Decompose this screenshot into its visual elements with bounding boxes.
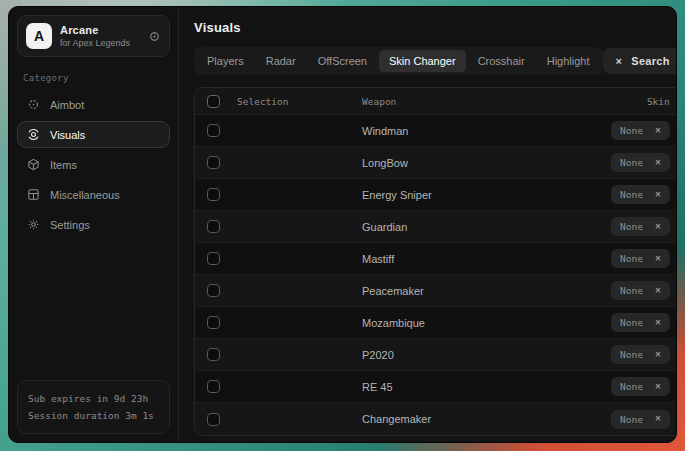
weapon-name: Peacemaker <box>362 285 611 297</box>
category-label: Category <box>23 73 164 83</box>
sidebar-item-label: Visuals <box>50 129 85 141</box>
sub-expires-text: Sub expires in 9d 23h <box>28 390 159 407</box>
skin-badge[interactable]: None × <box>611 281 670 300</box>
skin-table: Selection Weapon Skin Windman None × Lon… <box>194 87 677 436</box>
skin-badge[interactable]: None × <box>611 410 670 429</box>
sidebar-item-aimbot[interactable]: Aimbot <box>17 91 170 118</box>
subscription-panel: Sub expires in 9d 23h Session duration 3… <box>17 380 170 434</box>
clear-skin-icon[interactable]: × <box>655 286 661 296</box>
app-subtitle: for Apex Legends <box>60 38 130 48</box>
row-checkbox[interactable] <box>207 284 220 297</box>
row-checkbox[interactable] <box>207 188 220 201</box>
weapon-name: Windman <box>362 125 611 137</box>
sidebar-item-visuals[interactable]: Visuals <box>17 121 170 148</box>
weapon-name: P2020 <box>362 349 611 361</box>
sidebar: A Arcane for Apex Legends Category Aimbo… <box>9 7 179 442</box>
clear-skin-icon[interactable]: × <box>655 158 661 168</box>
tab-offscreen[interactable]: OffScreen <box>308 50 377 72</box>
search-button-label: Search <box>631 55 670 67</box>
row-checkbox[interactable] <box>207 252 220 265</box>
tab-players[interactable]: Players <box>197 50 254 72</box>
skin-badge[interactable]: None × <box>611 185 670 204</box>
app-name: Arcane <box>60 24 130 36</box>
sidebar-item-label: Miscellaneous <box>50 189 120 201</box>
row-checkbox[interactable] <box>207 413 220 426</box>
table-row[interactable]: LongBow None × <box>195 147 677 179</box>
table-header: Selection Weapon Skin <box>195 88 677 115</box>
table-row[interactable]: Mozambique None × <box>195 307 677 339</box>
weapon-name: RE 45 <box>362 381 611 393</box>
table-row[interactable]: Peacemaker None × <box>195 275 677 307</box>
skin-value: None <box>620 221 643 232</box>
table-body: Windman None × LongBow None × Energy Sni… <box>195 115 677 435</box>
weapon-name: Guardian <box>362 221 611 233</box>
row-checkbox[interactable] <box>207 124 220 137</box>
weapon-name: Energy Sniper <box>362 189 611 201</box>
tab-radar[interactable]: Radar <box>256 50 306 72</box>
skin-badge[interactable]: None × <box>611 217 670 236</box>
sidebar-nav: Aimbot Visuals Items Miscellaneous Setti… <box>17 91 170 238</box>
page-title: Visuals <box>194 20 677 35</box>
row-checkbox[interactable] <box>207 220 220 233</box>
session-duration-text: Session duration 3m 1s <box>28 407 159 424</box>
skin-value: None <box>620 157 643 168</box>
skin-badge[interactable]: None × <box>611 345 670 364</box>
skin-value: None <box>620 349 643 360</box>
table-row[interactable]: Changemaker None × <box>195 403 677 435</box>
row-checkbox[interactable] <box>207 348 220 361</box>
row-checkbox[interactable] <box>207 316 220 329</box>
eye-scan-icon <box>27 128 40 141</box>
app-titles: Arcane for Apex Legends <box>60 24 130 48</box>
table-row[interactable]: P2020 None × <box>195 339 677 371</box>
skin-badge[interactable]: None × <box>611 313 670 332</box>
app-logo: A <box>26 23 52 49</box>
crosshair-icon <box>27 98 40 111</box>
sidebar-item-settings[interactable]: Settings <box>17 211 170 238</box>
row-checkbox[interactable] <box>207 156 220 169</box>
row-checkbox[interactable] <box>207 380 220 393</box>
table-row[interactable]: Guardian None × <box>195 211 677 243</box>
weapon-name: Mozambique <box>362 317 611 329</box>
tab-row: Players Radar OffScreen Skin Changer Cro… <box>194 47 677 75</box>
clear-skin-icon[interactable]: × <box>655 318 661 328</box>
sidebar-item-label: Aimbot <box>50 99 84 111</box>
skin-value: None <box>620 125 643 136</box>
table-row[interactable]: Windman None × <box>195 115 677 147</box>
skin-value: None <box>620 285 643 296</box>
skin-badge[interactable]: None × <box>611 153 670 172</box>
weapon-name: Mastiff <box>362 253 611 265</box>
tab-highlight[interactable]: Highlight <box>537 50 600 72</box>
clear-skin-icon[interactable]: × <box>655 350 661 360</box>
sidebar-item-miscellaneous[interactable]: Miscellaneous <box>17 181 170 208</box>
clear-skin-icon[interactable]: × <box>655 222 661 232</box>
clear-skin-icon[interactable]: × <box>655 126 661 136</box>
tab-bar: Players Radar OffScreen Skin Changer Cro… <box>194 47 603 75</box>
table-row[interactable]: RE 45 None × <box>195 371 677 403</box>
table-row[interactable]: Energy Sniper None × <box>195 179 677 211</box>
table-row[interactable]: Mastiff None × <box>195 243 677 275</box>
sidebar-item-items[interactable]: Items <box>17 151 170 178</box>
target-icon[interactable] <box>148 30 161 43</box>
app-header-card: A Arcane for Apex Legends <box>17 15 170 57</box>
clear-skin-icon[interactable]: × <box>655 190 661 200</box>
skin-value: None <box>620 317 643 328</box>
sidebar-item-label: Items <box>50 159 77 171</box>
clear-skin-icon[interactable]: × <box>655 382 661 392</box>
main-panel: Visuals Players Radar OffScreen Skin Cha… <box>179 7 677 442</box>
tab-skin-changer[interactable]: Skin Changer <box>379 50 466 72</box>
clear-skin-icon[interactable]: × <box>655 414 661 424</box>
cube-icon <box>27 158 40 171</box>
skin-value: None <box>620 414 643 425</box>
close-icon: × <box>616 56 623 67</box>
gear-icon <box>27 218 40 231</box>
select-all-checkbox[interactable] <box>207 95 220 108</box>
skin-badge[interactable]: None × <box>611 377 670 396</box>
clear-skin-icon[interactable]: × <box>655 254 661 264</box>
column-header-selection: Selection <box>237 96 362 107</box>
skin-badge[interactable]: None × <box>611 249 670 268</box>
search-button[interactable]: × Search <box>603 48 677 74</box>
tab-crosshair[interactable]: Crosshair <box>468 50 535 72</box>
skin-badge[interactable]: None × <box>611 121 670 140</box>
grid-icon <box>27 188 40 201</box>
sidebar-item-label: Settings <box>50 219 90 231</box>
